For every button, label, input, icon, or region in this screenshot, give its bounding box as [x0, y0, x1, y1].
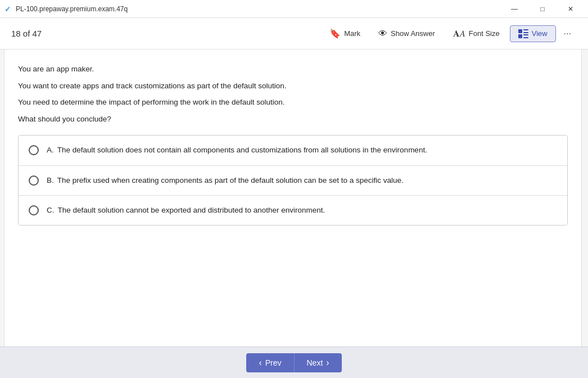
view-label: View: [532, 29, 548, 38]
footer: ‹ Prev Next ›: [0, 346, 588, 378]
left-edge: [0, 50, 4, 346]
radio-a[interactable]: [29, 145, 39, 155]
next-arrow-icon: ›: [326, 358, 329, 368]
eye-icon: 👁: [378, 29, 387, 39]
maximize-button[interactable]: □: [530, 0, 555, 18]
question-line1: You are an app maker.: [18, 63, 568, 75]
next-button[interactable]: Next ›: [294, 353, 342, 372]
choice-b-text: The prefix used when creating components…: [57, 176, 404, 184]
prev-label: Prev: [265, 358, 282, 367]
question-line4: What should you conclude?: [18, 113, 568, 125]
font-icon: 𝐀𝐴: [453, 29, 465, 39]
choice-a-text: The default solution does not contain al…: [57, 146, 427, 154]
question-counter: 18 of 47: [11, 29, 42, 38]
radio-c[interactable]: [29, 205, 39, 215]
choices-container: A.The default solution does not contain …: [18, 135, 568, 226]
more-options-button[interactable]: ···: [558, 25, 577, 42]
main-area: You are an app maker. You want to create…: [0, 50, 588, 346]
choice-c[interactable]: C.The default solution cannot be exporte…: [19, 196, 567, 225]
svg-rect-2: [523, 32, 528, 33]
svg-rect-0: [518, 29, 522, 33]
question-line3: You need to determine the impact of perf…: [18, 96, 568, 109]
title-bar-left: ✓ PL-100.prepaway.premium.exam.47q: [4, 4, 128, 14]
title-bar-controls: — □ ✕: [501, 0, 584, 18]
mark-button[interactable]: 🔖 Mark: [322, 25, 368, 42]
choice-a-letter: A.: [47, 146, 54, 154]
choice-b-label: B.The prefix used when creating componen…: [47, 175, 404, 186]
show-answer-label: Show Answer: [391, 29, 435, 38]
choice-c-label: C.The default solution cannot be exporte…: [47, 205, 325, 216]
font-size-label: Font Size: [469, 29, 500, 38]
toolbar: 18 of 47 🔖 Mark 👁 Show Answer 𝐀𝐴 Font Si…: [0, 18, 588, 50]
next-label: Next: [307, 358, 323, 367]
content-area: You are an app maker. You want to create…: [4, 50, 581, 346]
title-bar: ✓ PL-100.prepaway.premium.exam.47q — □ ✕: [0, 0, 588, 18]
choice-c-letter: C.: [47, 206, 55, 214]
bookmark-icon: 🔖: [329, 28, 341, 39]
radio-b[interactable]: [29, 176, 39, 186]
view-icon: [518, 29, 528, 38]
svg-rect-3: [518, 34, 522, 38]
choice-c-text: The default solution cannot be exported …: [58, 206, 325, 214]
window-title: PL-100.prepaway.premium.exam.47q: [16, 5, 128, 13]
prev-button[interactable]: ‹ Prev: [246, 353, 293, 372]
choice-b-letter: B.: [47, 176, 54, 184]
svg-rect-4: [523, 34, 528, 35]
toolbar-actions: 🔖 Mark 👁 Show Answer 𝐀𝐴 Font Size: [322, 25, 577, 42]
show-answer-button[interactable]: 👁 Show Answer: [370, 25, 443, 42]
svg-rect-5: [523, 37, 528, 38]
choice-a-label: A.The default solution does not contain …: [47, 145, 427, 156]
right-edge: [581, 50, 588, 346]
svg-rect-1: [523, 29, 528, 30]
question-line2: You want to create apps and track custom…: [18, 80, 568, 92]
font-size-button[interactable]: 𝐀𝐴 Font Size: [445, 25, 508, 42]
mark-label: Mark: [344, 29, 360, 38]
choice-a[interactable]: A.The default solution does not contain …: [19, 136, 567, 165]
close-button[interactable]: ✕: [558, 0, 584, 18]
minimize-button[interactable]: —: [501, 0, 527, 18]
check-icon: ✓: [4, 4, 11, 14]
choice-b[interactable]: B.The prefix used when creating componen…: [19, 166, 567, 196]
view-button[interactable]: View: [510, 25, 556, 42]
prev-arrow-icon: ‹: [259, 358, 261, 368]
